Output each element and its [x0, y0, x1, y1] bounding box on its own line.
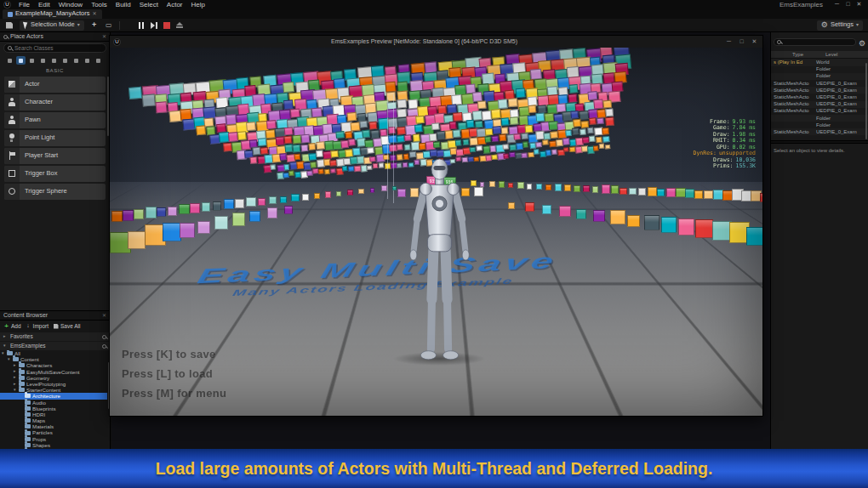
outliner-row[interactable]: Folder — [771, 122, 868, 128]
category-visual-effects-icon[interactable] — [60, 56, 70, 65]
category-geometry-icon[interactable] — [71, 56, 81, 65]
eject-button[interactable] — [176, 20, 183, 31]
favorites-section[interactable]: ▸ Favorites — [0, 332, 110, 341]
menu-help[interactable]: Help — [187, 1, 209, 9]
folder-architecture[interactable]: Architecture — [0, 393, 107, 399]
cinematics-icon[interactable] — [105, 20, 113, 31]
folder-label: HDRI — [32, 411, 45, 417]
place-actor-trigger-sphere[interactable]: Trigger Sphere — [4, 184, 106, 200]
close-button[interactable] — [854, 1, 865, 8]
game-scene[interactable]: 935936 Easy Multi Save Many Actors Loadi… — [110, 48, 762, 416]
menu-build[interactable]: Build — [111, 1, 135, 9]
tab-close-icon[interactable] — [93, 11, 97, 17]
folder-startercontent[interactable]: ▾StarterContent — [0, 387, 107, 393]
folder-materials[interactable]: Materials — [0, 423, 107, 429]
outliner-row[interactable]: StaticMeshActoUEDPIE_0_Exam — [771, 108, 868, 115]
maximize-button[interactable] — [842, 1, 854, 8]
folder-tree: ▾All▾Content▸Characters▸EasyMultiSaveCon… — [0, 350, 107, 449]
add-button[interactable]: Add — [3, 323, 21, 330]
save-level-icon[interactable] — [5, 20, 14, 31]
menu-actor[interactable]: Actor — [163, 1, 187, 9]
category-lights-icon[interactable] — [27, 56, 37, 65]
category-recently-placed-icon[interactable] — [5, 56, 14, 65]
cube — [180, 223, 195, 238]
scrollbar[interactable] — [865, 63, 867, 139]
source-section[interactable]: ▾ EmsExamples — [0, 342, 110, 350]
category-volumes-icon[interactable] — [83, 56, 92, 65]
outliner-row[interactable]: StaticMeshActoUEDPIE_0_Exam — [771, 101, 868, 108]
outliner-row[interactable]: StaticMeshActoUEDPIE_0_Exam — [771, 94, 868, 100]
folder-blueprints[interactable]: Blueprints — [0, 406, 107, 411]
place-actor-label: Actor — [20, 81, 40, 88]
outliner-row[interactable]: StaticMeshActoUEDPIE_0_Exam — [771, 80, 868, 87]
settings-dropdown[interactable]: Settings ▾ — [817, 20, 863, 31]
gear-icon[interactable] — [859, 34, 865, 49]
outliner-row[interactable]: Folder — [771, 66, 868, 73]
folder-all[interactable]: ▾All — [0, 350, 107, 356]
level-column-header[interactable]: Level — [825, 52, 837, 58]
place-actor-point-light[interactable]: Point Light — [4, 130, 106, 146]
folder-geometry[interactable]: ▸Geometry — [0, 375, 107, 381]
unreal-logo-icon[interactable]: U — [3, 1, 11, 9]
menu-window[interactable]: Window — [54, 1, 87, 9]
cube — [620, 188, 626, 195]
panel-close-icon[interactable] — [102, 313, 106, 319]
folder-hdri[interactable]: HDRI — [0, 411, 107, 417]
folder-icon — [25, 431, 31, 435]
menu-select[interactable]: Select — [135, 1, 163, 9]
quick-add-icon[interactable] — [90, 20, 99, 31]
toolbar-separator — [119, 21, 120, 30]
minimize-button[interactable] — [831, 1, 842, 8]
cube — [545, 184, 551, 190]
stop-button[interactable] — [163, 20, 170, 31]
outliner-row[interactable]: Folder — [771, 73, 868, 80]
folder-particles[interactable]: Particles — [0, 429, 107, 435]
cube — [249, 211, 260, 222]
place-actor-player-start[interactable]: Player Start — [4, 148, 106, 164]
play-controls — [138, 20, 183, 31]
panel-close-icon[interactable] — [102, 34, 106, 40]
place-actor-actor[interactable]: Actor — [4, 77, 106, 93]
editor-mode-dropdown[interactable]: Selection Mode ▾ — [20, 20, 84, 31]
folder-icon — [19, 388, 25, 392]
category-cinematic-icon[interactable] — [49, 56, 59, 65]
class-search[interactable] — [3, 43, 106, 53]
folder-maps[interactable]: Maps — [0, 417, 107, 423]
maximize-button[interactable] — [737, 38, 746, 45]
folder-props[interactable]: Props — [0, 436, 107, 442]
level-tab[interactable]: ExampleMap_ManyActors — [3, 9, 102, 19]
folder-label: Characters — [26, 362, 52, 368]
folder-audio[interactable]: Audio — [0, 400, 107, 406]
place-actor-trigger-box[interactable]: Trigger Box — [4, 166, 106, 182]
menu-tools[interactable]: Tools — [87, 1, 111, 9]
frame-skip-button[interactable] — [151, 20, 157, 31]
search-icon[interactable] — [102, 344, 106, 349]
save-all-button[interactable]: Save All — [53, 323, 81, 330]
chevron-down-icon: ▾ — [3, 343, 8, 349]
menu-file[interactable]: File — [14, 1, 34, 9]
outliner-panel: Type Level s (Play In EdWorldFolderFolde… — [770, 32, 868, 449]
category-shapes-icon[interactable] — [38, 56, 48, 65]
place-actor-pawn[interactable]: Pawn — [4, 112, 106, 128]
import-button[interactable]: Import — [26, 323, 49, 330]
outliner-row[interactable]: s (Play In EdWorld — [771, 59, 868, 65]
search-input[interactable] — [14, 45, 102, 51]
outliner-search[interactable] — [774, 38, 856, 46]
folder-icon — [7, 351, 13, 355]
main-toolbar: Selection Mode ▾ Settings ▾ — [0, 19, 868, 32]
place-actor-character[interactable]: Character — [4, 94, 106, 111]
close-button[interactable] — [750, 38, 759, 45]
outliner-row[interactable]: Folder — [771, 115, 868, 122]
category-all-classes-icon[interactable] — [94, 56, 103, 65]
type-column-header[interactable]: Type — [792, 52, 803, 58]
menu-edit[interactable]: Edit — [34, 1, 54, 9]
cube — [576, 209, 586, 219]
pause-button[interactable] — [138, 20, 145, 31]
preview-title-bar[interactable]: U EmsExamples Preview [NetMode: Standalo… — [110, 36, 762, 48]
outliner-row[interactable]: StaticMeshActoUEDPIE_0_Exam — [771, 87, 868, 94]
folder-shapes[interactable]: Shapes — [0, 442, 107, 448]
minimize-button[interactable] — [724, 38, 734, 45]
outliner-row[interactable]: StaticMeshActoUEDPIE_0_Exam — [771, 128, 868, 135]
search-icon[interactable] — [102, 335, 106, 339]
category-basic-icon[interactable] — [16, 56, 26, 65]
